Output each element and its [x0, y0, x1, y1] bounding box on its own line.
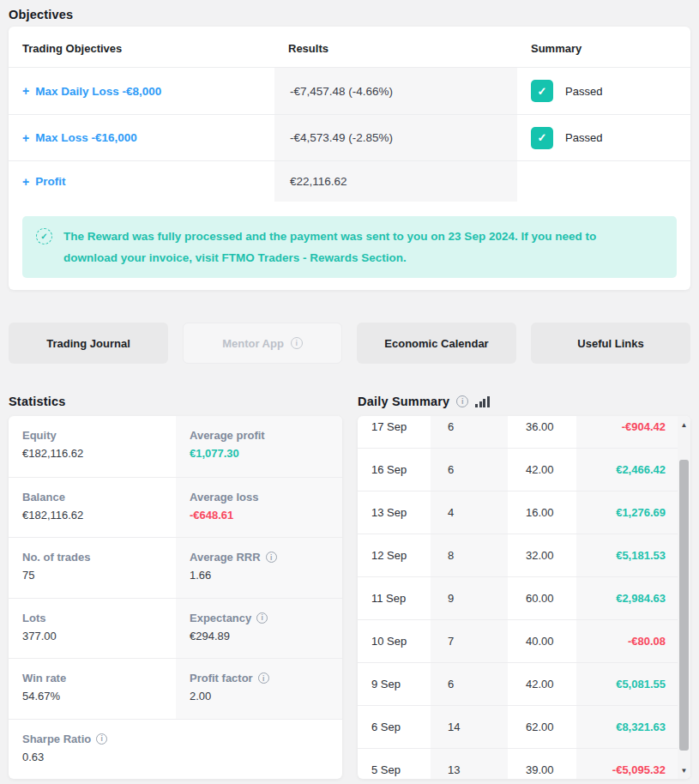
daily-result: €1,276.69	[576, 492, 678, 534]
objectives-card: Trading Objectives Results Summary + Max…	[9, 27, 690, 290]
trading-journal-button[interactable]: Trading Journal	[9, 323, 168, 364]
daily-summary-section-title: Daily Summary	[358, 395, 449, 409]
check-glyph: ✓	[538, 85, 547, 98]
stat-label: Sharpe Ratio	[22, 733, 91, 745]
objective-summary: ✓ Passed	[517, 68, 690, 114]
scrollbar-thumb[interactable]	[679, 460, 689, 751]
stat-value: 377.00	[22, 630, 164, 642]
table-row: 11 Sep 9 60.00 €2,984.63	[358, 577, 678, 620]
daily-result: -€904.42	[576, 416, 678, 448]
daily-lots: 40.00	[508, 620, 576, 662]
daily-summary-scrollbar[interactable]: ▲ ▼	[678, 416, 690, 779]
check-glyph: ✓	[40, 232, 47, 241]
daily-date: 11 Sep	[358, 577, 431, 619]
daily-date: 12 Sep	[358, 534, 431, 576]
objective-link-max-loss[interactable]: + Max Loss -€16,000	[9, 115, 274, 160]
table-row: 6 Sep 14 62.00 €8,321.63	[358, 706, 678, 749]
stat-value: 1.66	[190, 569, 330, 582]
bar-chart-icon[interactable]	[475, 396, 490, 407]
objective-label: Profit	[35, 175, 65, 188]
info-icon[interactable]: i	[456, 395, 468, 407]
scroll-down-icon[interactable]: ▼	[678, 764, 690, 776]
stat-average-loss: Average loss -€648.61	[176, 477, 342, 538]
daily-date: 5 Sep	[358, 749, 431, 779]
lower-columns: Statistics Equity €182,116.62 Average pr…	[9, 393, 690, 779]
daily-date: 13 Sep	[358, 492, 431, 534]
daily-result: €5,081.55	[576, 663, 678, 705]
objective-result: -€7,457.48 (-4.66%)	[274, 68, 517, 114]
useful-links-button[interactable]: Useful Links	[531, 323, 690, 364]
column-header-results: Results	[274, 27, 517, 67]
stat-label: Average loss	[190, 491, 330, 504]
stat-value: 75	[22, 569, 164, 582]
objective-result: €22,116.62	[274, 161, 517, 202]
stat-sharpe-ratio: Sharpe Ratio i 0.63	[9, 719, 176, 780]
daily-result: €2,984.63	[576, 577, 678, 619]
statistics-card: Equity €182,116.62 Average profit €1,077…	[9, 416, 342, 779]
status-label: Passed	[565, 131, 602, 144]
economic-calendar-button[interactable]: Economic Calendar	[357, 323, 516, 364]
stat-value: 54.67%	[22, 690, 164, 703]
daily-date: 17 Sep	[358, 416, 431, 448]
daily-result: €2,466.42	[576, 449, 678, 491]
stat-value: €182,116.62	[22, 447, 164, 460]
daily-trades: 6	[431, 449, 508, 491]
daily-lots: 60.00	[508, 577, 576, 619]
info-icon[interactable]: i	[96, 733, 107, 745]
objective-summary: ✓ Passed	[517, 115, 690, 160]
status-label: Passed	[565, 85, 602, 98]
daily-lots: 36.00	[508, 416, 576, 448]
quick-links-row: Trading Journal Mentor App i Economic Ca…	[9, 323, 690, 364]
daily-result: €8,321.63	[576, 706, 678, 748]
info-icon: i	[291, 337, 303, 349]
scroll-up-icon[interactable]: ▲	[678, 419, 690, 431]
daily-date: 9 Sep	[358, 663, 431, 705]
daily-result: -€5,095.32	[576, 749, 678, 779]
daily-date: 10 Sep	[358, 620, 431, 662]
objective-row-max-loss: + Max Loss -€16,000 -€4,573.49 (-2.85%) …	[9, 114, 690, 160]
daily-trades: 13	[431, 749, 508, 779]
stat-value: €294.89	[190, 630, 330, 642]
table-row: 9 Sep 6 42.00 €5,081.55	[358, 663, 678, 706]
objective-link-max-daily-loss[interactable]: + Max Daily Loss -€8,000	[9, 68, 274, 114]
info-icon[interactable]: i	[258, 672, 269, 684]
objective-row-max-daily-loss: + Max Daily Loss -€8,000 -€7,457.48 (-4.…	[9, 67, 690, 114]
daily-summary-card: 17 Sep 6 36.00 -€904.42 16 Sep 6 42.00 €…	[358, 416, 690, 779]
objective-row-profit: + Profit €22,116.62	[9, 160, 690, 202]
stat-lots: Lots 377.00	[9, 598, 176, 659]
daily-lots: 32.00	[508, 534, 576, 576]
mentor-app-button: Mentor App i	[183, 323, 342, 364]
check-glyph: ✓	[538, 131, 547, 144]
stat-no-of-trades: No. of trades 75	[9, 537, 176, 598]
stat-win-rate: Win rate 54.67%	[9, 658, 176, 719]
stat-label: Balance	[22, 491, 164, 504]
daily-date: 6 Sep	[358, 706, 431, 748]
objective-link-profit[interactable]: + Profit	[9, 161, 274, 202]
dashboard-page: Objectives Trading Objectives Results Su…	[0, 0, 699, 784]
stat-value: -€648.61	[190, 509, 330, 522]
stat-label: Win rate	[22, 672, 164, 684]
table-row: 13 Sep 4 16.00 €1,276.69	[358, 492, 678, 534]
passed-check-icon: ✓	[531, 80, 553, 102]
stat-label: Equity	[22, 429, 164, 442]
stat-value: €1,077.30	[190, 447, 330, 460]
stat-balance: Balance €182,116.62	[9, 477, 176, 538]
table-row: 10 Sep 7 40.00 -€80.08	[358, 620, 678, 663]
column-header-trading-objectives: Trading Objectives	[9, 27, 274, 67]
statistics-section: Statistics Equity €182,116.62 Average pr…	[9, 393, 342, 779]
objective-summary	[517, 161, 690, 202]
daily-trades: 6	[431, 663, 508, 705]
daily-trades: 6	[431, 416, 508, 448]
info-icon[interactable]: i	[256, 612, 268, 624]
expand-plus-icon: +	[22, 131, 29, 145]
stat-label: Average profit	[190, 429, 330, 442]
daily-summary-table: 17 Sep 6 36.00 -€904.42 16 Sep 6 42.00 €…	[358, 416, 678, 779]
info-icon[interactable]: i	[266, 552, 277, 563]
objective-label: Max Loss -€16,000	[35, 131, 137, 144]
stat-empty-cell	[176, 719, 342, 780]
table-row: 12 Sep 8 32.00 €5,181.53	[358, 534, 678, 577]
table-row: 16 Sep 6 42.00 €2,466.42	[358, 449, 678, 492]
daily-result: €5,181.53	[576, 534, 678, 576]
stat-profit-factor: Profit factor i 2.00	[176, 658, 342, 719]
daily-lots: 62.00	[508, 706, 576, 748]
